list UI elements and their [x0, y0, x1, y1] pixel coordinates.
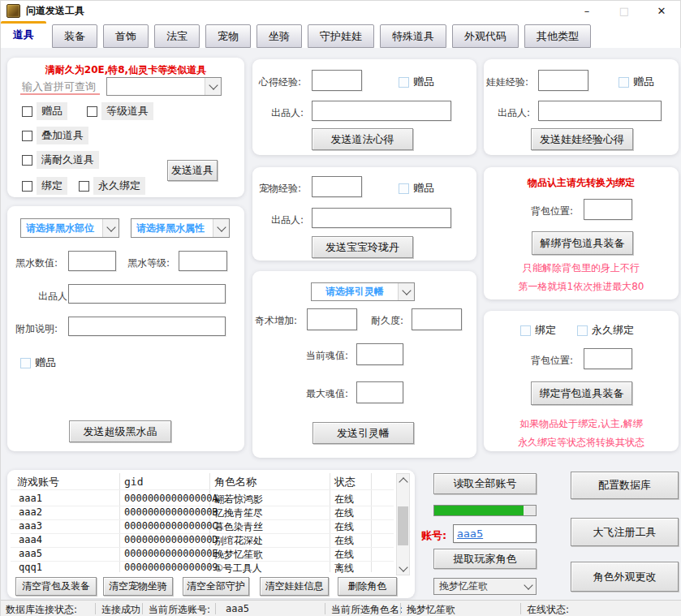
send-blackwater-button[interactable]: 发送超级黑水晶 [69, 420, 171, 442]
blackwater-attr-select[interactable]: 请选择黑水属性 [131, 218, 230, 238]
bag-position-label: 背包位置: [531, 354, 573, 368]
producer-label: 出品人: [38, 290, 71, 304]
chevron-down-icon [102, 219, 119, 237]
blackwater-note-input[interactable] [68, 317, 226, 336]
bind-button[interactable]: 绑定背包道具装备 [531, 381, 632, 405]
perm-bind-checkbox[interactable]: 永久绑定 [79, 177, 145, 195]
close-button[interactable]: ✕ [643, 1, 680, 20]
tab-treasure[interactable]: 法宝 [154, 24, 200, 48]
tab-other-types[interactable]: 其他类型 [524, 24, 591, 48]
blackwater-panel: 请选择黑水部位 请选择黑水属性 黑水数值: 黑水等级: 出品人: 附加说明: 赠… [7, 206, 244, 451]
send-insight-button[interactable]: 发送道法心得 [312, 128, 413, 150]
item-send-panel: 满耐久为20E,特8,仙灵卡等类似道具 赠品 等级道具 叠加道具 满耐久道具 绑… [7, 58, 244, 197]
doll-exp-panel: 娃娃经验: 赠品 出品人: 发送娃娃经验心得 [484, 59, 679, 155]
gift-checkbox[interactable]: 赠品 [22, 102, 67, 120]
account-table-panel: 游戏账号 gid 角色名称 状态 aaa1 000000000000000A 翩… [7, 470, 415, 598]
insight-gift-checkbox[interactable]: 赠品 [399, 75, 434, 89]
checkbox-icon [619, 77, 629, 88]
chevron-down-icon [398, 283, 414, 300]
role-select[interactable]: 挽梦忆笙歌 [433, 578, 537, 595]
send-pet-pill-button[interactable]: 发送宝宝玲珑丹 [312, 236, 413, 258]
db-status-value: 连接成功 [101, 603, 140, 616]
level-item-checkbox[interactable]: 等级道具 [87, 102, 153, 120]
tab-pets[interactable]: 宠物 [205, 24, 251, 48]
item-search-input[interactable] [20, 79, 100, 95]
blackwater-producer-input[interactable] [68, 284, 226, 304]
durability-input[interactable] [412, 308, 462, 330]
doll-gift-checkbox[interactable]: 赠品 [619, 75, 654, 89]
clear-bag-button[interactable]: 清空背包及装备 [15, 577, 97, 596]
send-item-button[interactable]: 发送道具 [167, 160, 218, 181]
pet-producer-input[interactable] [312, 208, 451, 228]
checkbox-icon [399, 183, 409, 194]
appearance-change-button[interactable]: 角色外观更改 [571, 562, 679, 592]
checkbox-icon [79, 181, 89, 192]
table-scrollbar[interactable] [396, 473, 410, 575]
blackwater-value-input[interactable] [68, 251, 116, 271]
bind-position-input[interactable] [584, 348, 632, 369]
checkbox-icon [87, 106, 97, 117]
send-banner-button[interactable]: 发送引灵幡 [312, 422, 414, 444]
doll-producer-input[interactable] [538, 101, 662, 121]
insight-producer-input[interactable] [312, 101, 451, 121]
tab-mounts[interactable]: 坐骑 [256, 24, 302, 48]
doll-exp-input[interactable] [538, 70, 588, 91]
full-durability-checkbox[interactable]: 满耐久道具 [22, 151, 99, 169]
unbind-button[interactable]: 解绑背包道具装备 [532, 231, 633, 255]
unbind-note-2: 第一格就填1依次推进最大80 [484, 280, 679, 294]
bind-panel: 绑定 永久绑定 背包位置: 绑定背包道具装备 如果物品处于绑定,认主,解绑 永久… [484, 311, 679, 451]
tab-bar: 道具 装备 首饰 法宝 宠物 坐骑 守护娃娃 特殊道具 外观代码 其他类型 [1, 20, 680, 48]
tab-equipment[interactable]: 装备 [52, 24, 97, 48]
stack-item-checkbox[interactable]: 叠加道具 [22, 127, 88, 144]
tab-guardian-dolls[interactable]: 守护娃娃 [308, 24, 374, 48]
insight-panel: 心得经验: 赠品 出品人: 发送道法心得 [252, 59, 476, 155]
blackwater-part-select[interactable]: 请选择黑水部位 [20, 218, 119, 238]
progress-fill [434, 506, 524, 515]
scrollbar-thumb[interactable] [398, 506, 408, 545]
read-all-accounts-button[interactable]: 读取全部账号 [433, 473, 537, 494]
selected-role-label: 当前所选角色名: [331, 603, 403, 616]
blackwater-value-label: 黑水数值: [15, 256, 58, 270]
clear-doll-info-button[interactable]: 清空娃娃信息 [260, 577, 329, 596]
checkbox-icon [22, 131, 32, 141]
tab-jewelry[interactable]: 首饰 [103, 24, 149, 48]
checkbox-icon [20, 358, 31, 368]
skill-add-input[interactable] [307, 308, 357, 330]
send-doll-exp-button[interactable]: 发送娃娃经验心得 [531, 128, 633, 150]
tab-appearance-codes[interactable]: 外观代码 [452, 24, 519, 48]
tab-items[interactable]: 道具 [1, 21, 46, 48]
pet-gift-checkbox[interactable]: 赠品 [399, 181, 434, 196]
scroll-up-icon[interactable] [397, 474, 409, 487]
checkbox-icon [399, 77, 409, 88]
blackwater-gift-checkbox[interactable]: 赠品 [20, 355, 56, 370]
col-header-account: 游戏账号 [17, 475, 59, 489]
scroll-down-icon[interactable] [397, 562, 409, 575]
tab-special-items[interactable]: 特殊道具 [380, 24, 446, 48]
config-database-button[interactable]: 配置数据库 [571, 472, 679, 499]
item-select[interactable] [106, 77, 222, 96]
bind-checkbox[interactable]: 绑定 [22, 177, 67, 195]
unbind-position-input[interactable] [584, 199, 632, 220]
app-icon [6, 4, 20, 18]
bind-checkbox[interactable]: 绑定 [520, 323, 556, 338]
clear-guardian-button[interactable]: 清空全部守护 [183, 577, 249, 596]
pet-exp-input[interactable] [312, 176, 362, 197]
insight-exp-input[interactable] [312, 70, 362, 91]
maximize-button[interactable]: □ [606, 1, 643, 20]
bag-position-label: 背包位置: [531, 205, 573, 218]
delete-role-button[interactable]: 删除角色 [338, 577, 397, 596]
status-bar: 数据库连接状态: 连接成功 当前所选账号: aaa5 当前所选角色名: 挽梦忆笙… [1, 600, 681, 616]
max-soul-input[interactable] [356, 381, 403, 403]
extract-roles-button[interactable]: 提取玩家角色 [433, 549, 537, 569]
bind-note-1: 如果物品处于绑定,认主,解绑 [484, 417, 679, 431]
account-input[interactable] [453, 524, 537, 543]
clear-pet-mount-button[interactable]: 清空宠物坐骑 [103, 577, 173, 596]
register-tool-button[interactable]: 大飞注册工具 [571, 518, 679, 546]
producer-label: 出品人: [271, 213, 304, 227]
blackwater-level-input[interactable] [179, 251, 227, 271]
skill-add-label: 奇术增加: [255, 314, 297, 328]
minimize-button[interactable]: – [568, 1, 606, 20]
perm-bind-checkbox[interactable]: 永久绑定 [577, 323, 634, 338]
current-soul-input[interactable] [356, 343, 403, 365]
banner-select[interactable]: 请选择引灵幡 [311, 282, 415, 301]
